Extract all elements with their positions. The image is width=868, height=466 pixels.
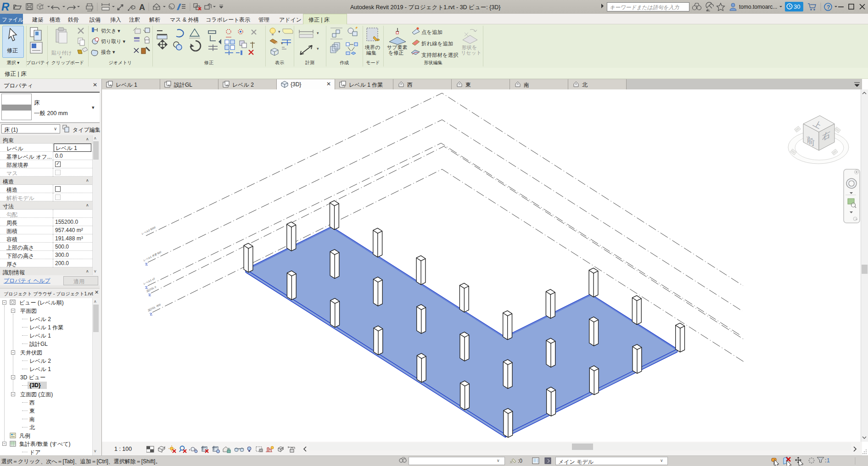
svg-text:▾: ▾ <box>278 29 280 34</box>
svg-text:切欠き ▾: 切欠き ▾ <box>101 28 120 33</box>
svg-text:30: 30 <box>794 3 800 10</box>
svg-text:レベル2 5000: レベル2 5000 <box>141 226 157 235</box>
svg-text:▾: ▾ <box>317 31 319 35</box>
svg-text:接合 ▾: 接合 ▾ <box>101 49 115 55</box>
svg-text:切り取り ▾: 切り取り ▾ <box>101 39 126 44</box>
svg-text:レベル1 ±0: レベル1 ±0 <box>143 277 156 285</box>
svg-text:▾: ▾ <box>317 46 319 51</box>
svg-text:1: 1 <box>131 5 133 8</box>
svg-text:設計GL 0: 設計GL 0 <box>146 285 157 293</box>
svg-text::: : <box>825 457 826 464</box>
svg-text:?: ? <box>827 4 830 11</box>
svg-text:A: A <box>139 3 145 12</box>
svg-text:R: R <box>1 0 10 13</box>
svg-text:1: 1 <box>827 457 830 464</box>
svg-text:tomo.tomoarc...: tomo.tomoarc... <box>739 4 777 10</box>
svg-text:設計GL -500: 設計GL -500 <box>147 303 162 312</box>
